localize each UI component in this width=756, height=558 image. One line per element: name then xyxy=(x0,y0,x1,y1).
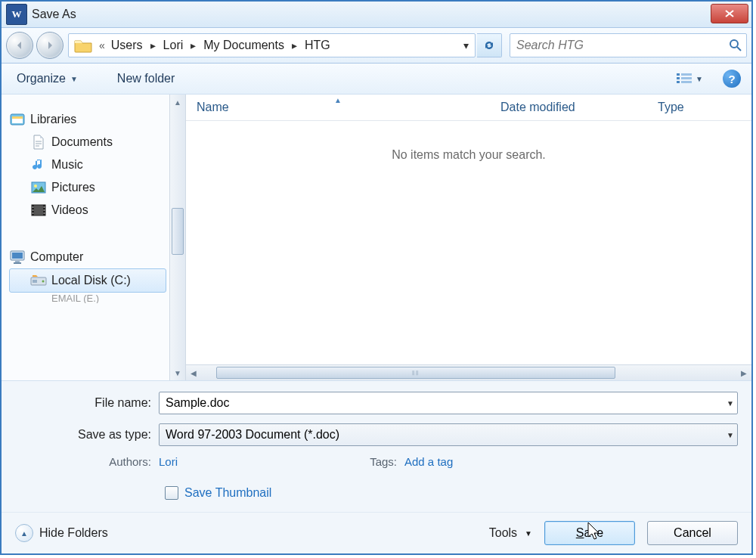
organize-label: Organize xyxy=(17,72,66,85)
sidebar-item-music[interactable]: Music xyxy=(9,153,166,176)
column-name[interactable]: ▲ Name xyxy=(186,101,490,114)
breadcrumb-users[interactable]: Users xyxy=(108,37,146,54)
forward-arrow-icon xyxy=(44,39,56,51)
computer-node[interactable]: Computer xyxy=(9,249,166,265)
tools-menu[interactable]: Tools ▼ xyxy=(489,526,532,540)
close-button[interactable] xyxy=(711,4,748,23)
drive-icon xyxy=(30,272,47,289)
filename-value: Sample.doc xyxy=(166,396,230,410)
breadcrumb-lori[interactable]: Lori xyxy=(160,37,187,54)
drive-icon xyxy=(30,293,47,303)
sidebar-item-cutoff[interactable]: EMAIL (E.) xyxy=(9,293,166,303)
scroll-right-icon[interactable]: ▶ xyxy=(736,369,751,377)
address-dropdown[interactable]: ▾ xyxy=(457,39,475,51)
pictures-label: Pictures xyxy=(51,181,95,194)
refresh-button[interactable] xyxy=(477,33,502,57)
svg-rect-28 xyxy=(12,253,23,259)
horizontal-scrollbar[interactable]: ◀ ⦀⦀ ▶ xyxy=(186,364,751,380)
svg-point-33 xyxy=(42,281,45,283)
dropdown-arrow-icon[interactable]: ▼ xyxy=(727,431,734,439)
sidebar-item-documents[interactable]: Documents xyxy=(9,131,166,153)
save-thumbnail-checkbox[interactable] xyxy=(165,486,178,500)
authors-value[interactable]: Lori xyxy=(159,455,178,468)
filename-label: File name: xyxy=(15,396,159,410)
new-folder-label: New folder xyxy=(117,72,175,85)
tools-label: Tools xyxy=(489,526,517,540)
organize-button[interactable]: Organize ▼ xyxy=(12,70,82,88)
sidebar-item-local-disk-c[interactable]: Local Disk (C:) xyxy=(9,268,166,293)
pictures-icon xyxy=(30,179,47,196)
svg-rect-29 xyxy=(15,261,20,262)
save-as-type-value: Word 97-2003 Document (*.doc) xyxy=(166,428,339,442)
title-bar: W Save As xyxy=(2,2,751,28)
svg-rect-4 xyxy=(677,73,680,76)
scroll-track[interactable]: ⦀⦀ xyxy=(201,365,736,380)
chevron-right-icon[interactable]: ▸ xyxy=(146,39,160,51)
music-label: Music xyxy=(51,158,83,172)
svg-rect-26 xyxy=(44,212,45,214)
save-thumbnail-label[interactable]: Save Thumbnail xyxy=(184,486,271,500)
scroll-down-icon[interactable]: ▼ xyxy=(170,365,185,380)
breadcrumb-mydocuments[interactable]: My Documents xyxy=(200,37,287,54)
back-arrow-icon xyxy=(14,39,26,51)
new-folder-button[interactable]: New folder xyxy=(113,70,179,88)
computer-icon xyxy=(9,249,26,265)
tags-add-link[interactable]: Add a tag xyxy=(404,455,453,468)
svg-rect-25 xyxy=(44,209,45,211)
chevron-up-icon: ▲ xyxy=(15,524,33,542)
save-as-type-label: Save as type: xyxy=(15,428,159,442)
cancel-label: Cancel xyxy=(674,526,711,540)
search-icon[interactable] xyxy=(725,39,746,52)
videos-icon xyxy=(30,202,47,219)
scroll-left-icon[interactable]: ◀ xyxy=(186,369,201,377)
save-label: SSaveave xyxy=(576,526,603,540)
svg-line-3 xyxy=(737,47,741,51)
scroll-thumb[interactable]: ⦀⦀ xyxy=(216,367,615,379)
navigation-bar: « Users ▸ Lori ▸ My Documents ▸ HTG ▾ xyxy=(2,28,751,64)
svg-rect-24 xyxy=(44,206,45,208)
scroll-up-icon[interactable]: ▲ xyxy=(170,95,185,110)
svg-rect-8 xyxy=(677,81,680,83)
svg-rect-23 xyxy=(33,212,34,214)
folder-icon xyxy=(72,36,94,55)
sidebar-scrollbar[interactable]: ▲ ▼ xyxy=(169,95,186,380)
svg-rect-32 xyxy=(33,280,37,283)
chevron-right-icon[interactable]: ▸ xyxy=(186,39,200,51)
sidebar-item-videos[interactable]: Videos xyxy=(9,199,166,222)
column-date-modified[interactable]: Date modified xyxy=(490,101,647,114)
local-disk-label: Local Disk (C:) xyxy=(51,274,131,287)
svg-rect-21 xyxy=(33,206,34,208)
breadcrumb-htg[interactable]: HTG xyxy=(302,37,333,54)
change-view-button[interactable]: ▼ xyxy=(676,72,703,85)
address-bar[interactable]: « Users ▸ Lori ▸ My Documents ▸ HTG ▾ xyxy=(68,33,476,57)
chevron-right-icon[interactable]: ▸ xyxy=(287,39,302,51)
svg-rect-22 xyxy=(33,209,34,211)
save-form: File name: Sample.doc ▼ Save as type: Wo… xyxy=(2,380,751,512)
column-type[interactable]: Type xyxy=(647,101,751,114)
save-button[interactable]: SSaveave xyxy=(544,521,635,545)
sidebar-item-pictures[interactable]: Pictures xyxy=(9,176,166,199)
word-app-icon: W xyxy=(6,4,27,25)
libraries-label: Libraries xyxy=(30,113,76,126)
help-button[interactable]: ? xyxy=(723,70,741,88)
svg-point-2 xyxy=(730,40,738,48)
search-box[interactable] xyxy=(510,33,747,57)
cutoff-label: EMAIL (E.) xyxy=(51,293,99,303)
svg-rect-12 xyxy=(12,116,23,119)
forward-button[interactable] xyxy=(36,32,64,59)
hide-folders-button[interactable]: ▲ Hide Folders xyxy=(15,524,108,542)
libraries-node[interactable]: Libraries xyxy=(9,111,166,128)
column-name-label: Name xyxy=(197,101,229,113)
dropdown-arrow-icon: ▼ xyxy=(525,529,532,538)
scroll-thumb[interactable] xyxy=(172,208,184,255)
sort-ascending-icon: ▲ xyxy=(334,96,342,104)
search-input[interactable] xyxy=(510,39,725,52)
filename-input[interactable]: Sample.doc ▼ xyxy=(159,392,738,414)
save-as-type-select[interactable]: Word 97-2003 Document (*.doc) ▼ xyxy=(159,423,738,446)
main-area: Libraries Documents Music Pictures Video… xyxy=(2,95,751,380)
cancel-button[interactable]: Cancel xyxy=(647,521,738,545)
computer-label: Computer xyxy=(30,250,83,264)
back-button[interactable] xyxy=(6,32,33,59)
dropdown-arrow-icon: ▼ xyxy=(70,75,78,83)
dropdown-arrow-icon[interactable]: ▼ xyxy=(727,399,734,408)
